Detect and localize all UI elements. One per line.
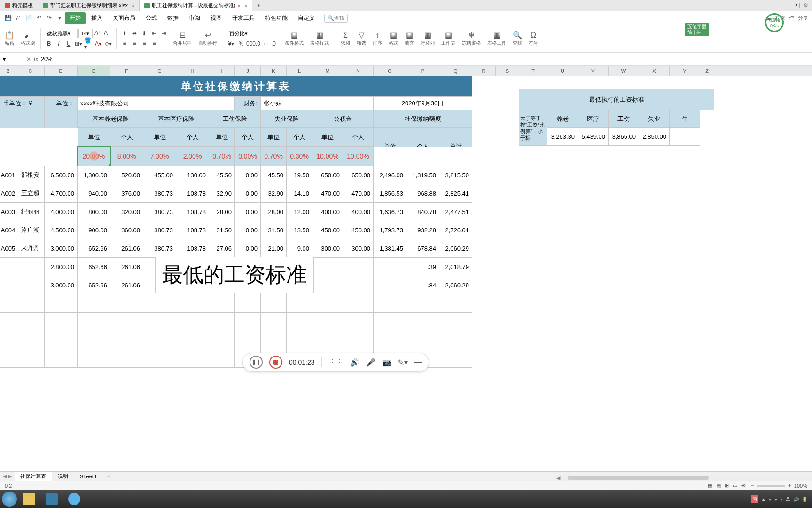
decrease-font-icon[interactable]: A⁻: [103, 29, 111, 37]
col-header-K[interactable]: K: [261, 66, 287, 76]
col-header-D[interactable]: D: [45, 66, 78, 76]
cancel-icon[interactable]: ✕: [26, 56, 31, 63]
col-header-X[interactable]: X: [639, 66, 670, 76]
col-header-G[interactable]: G: [143, 66, 176, 76]
print-icon[interactable]: 🖨: [14, 14, 23, 22]
add-tab-button[interactable]: ＋: [252, 2, 265, 9]
tray-icon[interactable]: ▲: [761, 497, 766, 502]
col-header-V[interactable]: V: [578, 66, 609, 76]
mic-icon[interactable]: 🎤: [366, 358, 375, 367]
tray-battery-icon[interactable]: 🔋: [802, 497, 807, 502]
sort-button[interactable]: ↕排序: [373, 31, 382, 47]
col-header-P[interactable]: P: [406, 66, 439, 76]
col-header-S[interactable]: S: [496, 66, 519, 76]
save-icon[interactable]: 💾: [4, 14, 12, 22]
font-size-select[interactable]: 14 ▾: [78, 29, 93, 38]
ime-indicator[interactable]: 五笔字型简 | 英: [685, 23, 709, 36]
tabletool-button[interactable]: ▦表格工具: [487, 31, 506, 47]
menu-formula[interactable]: 公式: [141, 12, 162, 24]
volume-icon[interactable]: 🔊: [350, 358, 359, 367]
conditional-format-button[interactable]: ▦条件格式: [285, 31, 304, 47]
dropdown-icon[interactable]: ▾: [55, 14, 64, 22]
freeze-button[interactable]: ❄冻结窗格: [462, 31, 481, 47]
tray-volume-icon[interactable]: 🔊: [793, 497, 799, 502]
align-right-icon[interactable]: ≡: [140, 39, 148, 48]
sheet-nav-icon[interactable]: ◀ ▶: [0, 473, 15, 479]
col-header-U[interactable]: U: [547, 66, 578, 76]
pause-button[interactable]: ❚❚: [250, 356, 263, 369]
clear-format-button[interactable]: ◇▾: [104, 40, 112, 48]
view-read-icon[interactable]: ▭: [733, 483, 737, 489]
tab-detail-xlsx[interactable]: 部门汇总职工社保缴纳明细表.xlsx×: [38, 0, 140, 11]
col-header-Z[interactable]: Z: [700, 66, 714, 76]
view-page-icon[interactable]: ▤: [716, 483, 721, 489]
col-header-O[interactable]: O: [374, 66, 406, 76]
col-header-J[interactable]: J: [235, 66, 261, 76]
redo-icon[interactable]: ↷: [45, 14, 54, 22]
align-left-icon[interactable]: ≡: [120, 39, 129, 48]
increase-font-icon[interactable]: A⁺: [94, 29, 102, 37]
menu-insert[interactable]: 插入: [86, 12, 107, 24]
menu-layout[interactable]: 页面布局: [108, 12, 140, 24]
italic-button[interactable]: I: [55, 40, 63, 48]
comma-icon[interactable]: 000: [247, 40, 255, 48]
tray-network-icon[interactable]: 🖧: [786, 497, 790, 502]
tray-icon[interactable]: ●: [774, 497, 777, 502]
format-painter-button[interactable]: 🖌格式刷: [21, 31, 35, 47]
name-box[interactable]: ▾: [0, 53, 23, 65]
col-header-E[interactable]: E: [78, 66, 110, 76]
col-header-Y[interactable]: Y: [670, 66, 700, 76]
sheet-tab-3[interactable]: Sheet3: [74, 473, 102, 480]
column-headers[interactable]: BCDEFGHIJKLMNOPQRSTUVWXYZ: [0, 66, 812, 76]
share-label[interactable]: 分享: [798, 15, 808, 22]
align-middle-icon[interactable]: ⬌: [130, 29, 139, 38]
currency-icon[interactable]: ¥▾: [227, 40, 235, 48]
font-color-button[interactable]: A▾: [94, 40, 102, 48]
sheet-tab-info[interactable]: 说明: [52, 472, 74, 481]
view-normal-icon[interactable]: ▦: [708, 483, 712, 489]
menu-data[interactable]: 数据: [163, 12, 183, 24]
underline-button[interactable]: U: [64, 40, 73, 48]
wrap-button[interactable]: ↩自动换行: [198, 31, 217, 47]
increase-decimal-icon[interactable]: .0→: [257, 40, 265, 48]
align-justify-icon[interactable]: ≡: [150, 39, 158, 48]
bold-button[interactable]: B: [45, 40, 53, 48]
pen-icon[interactable]: ✎▾: [398, 358, 408, 367]
camera-off-icon[interactable]: 📷: [382, 358, 391, 367]
tray-icon[interactable]: ●: [769, 497, 772, 502]
merge-button[interactable]: ⊟合并居中: [173, 31, 192, 47]
col-header-W[interactable]: W: [609, 66, 639, 76]
formula-input[interactable]: 20%: [41, 56, 52, 63]
menu-start[interactable]: 开始: [65, 12, 86, 24]
tab-calc-xlsx[interactable]: 职工社保缴纳计算...设最低交纳标准)●×: [140, 0, 252, 11]
zoom-out-icon[interactable]: －: [750, 482, 755, 489]
sheet-tab-calc[interactable]: 社保计算表: [15, 472, 52, 481]
taskbar-wps[interactable]: [41, 492, 62, 507]
align-top-icon[interactable]: ⬆: [120, 29, 129, 38]
menu-view[interactable]: 视图: [206, 12, 226, 24]
decrease-decimal-icon[interactable]: ←.0: [266, 40, 275, 48]
col-header-F[interactable]: F: [110, 66, 143, 76]
collab-label[interactable]: 作: [789, 15, 794, 22]
settings-icon[interactable]: ⚙: [804, 2, 808, 8]
undo-icon[interactable]: ↶: [35, 14, 43, 22]
col-header-R[interactable]: R: [472, 66, 496, 76]
start-button[interactable]: [2, 492, 17, 507]
sheet-button[interactable]: ▦工作表: [441, 31, 455, 47]
view-break-icon[interactable]: ⊞: [725, 483, 729, 489]
col-header-T[interactable]: T: [519, 66, 547, 76]
minimize-icon[interactable]: —: [414, 358, 422, 366]
col-header-Q[interactable]: Q: [439, 66, 472, 76]
format-button[interactable]: ▦格式: [389, 31, 398, 47]
font-name-select[interactable]: 微软雅黑 ▾: [45, 29, 78, 38]
col-header-N[interactable]: N: [343, 66, 374, 76]
tray-ime-icon[interactable]: 简: [751, 495, 758, 503]
add-sheet-button[interactable]: ＋: [102, 473, 115, 480]
zoom-in-icon[interactable]: ＋: [787, 482, 792, 489]
stop-button[interactable]: [269, 356, 282, 369]
table-style-button[interactable]: ▦表格样式: [310, 31, 329, 47]
col-header-C[interactable]: C: [16, 66, 45, 76]
close-icon[interactable]: ×: [132, 3, 134, 8]
indent-left-icon[interactable]: ⇤: [150, 29, 158, 38]
close-icon[interactable]: ×: [244, 3, 247, 8]
